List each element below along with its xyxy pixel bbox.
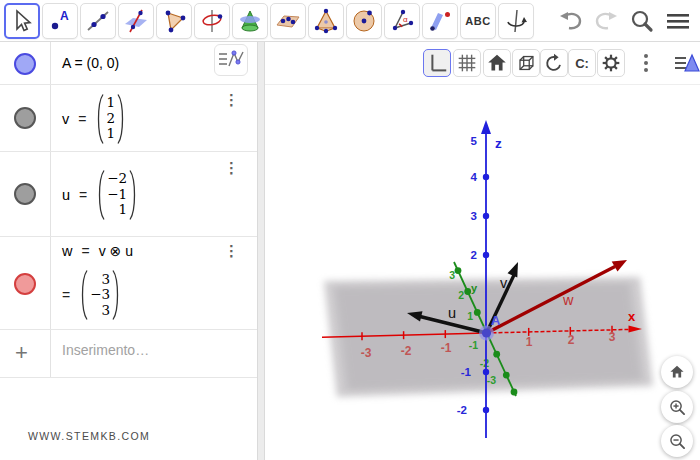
tick-label: -3 bbox=[487, 374, 496, 386]
expression-w-def: w = v ⊗ u bbox=[62, 243, 133, 259]
rotate-3d-icon bbox=[503, 8, 529, 34]
redo-button[interactable] bbox=[589, 5, 623, 37]
tick-label: -3 bbox=[361, 346, 372, 360]
algebra-row-w[interactable]: w = v ⊗ u = 3 −3 3 ⋮ bbox=[0, 237, 257, 330]
angle-tool-button[interactable]: α bbox=[384, 3, 420, 39]
menu-button[interactable] bbox=[661, 5, 695, 37]
svg-text:α: α bbox=[403, 15, 408, 24]
line-icon bbox=[85, 8, 111, 34]
search-button[interactable] bbox=[625, 5, 659, 37]
plus-icon: + bbox=[15, 340, 28, 366]
equals-sign: = bbox=[78, 111, 86, 127]
polygon-tool-button[interactable] bbox=[156, 3, 192, 39]
circle-axis-tool-button[interactable] bbox=[194, 3, 230, 39]
sphere-tool-button[interactable] bbox=[346, 3, 382, 39]
var-name-w: w bbox=[62, 243, 72, 259]
line-tool-button[interactable] bbox=[80, 3, 116, 39]
home-view-button[interactable] bbox=[661, 356, 693, 388]
visibility-toggle-u[interactable] bbox=[14, 183, 36, 205]
cone-tool-button[interactable] bbox=[232, 3, 268, 39]
graphics-3d-view[interactable]: C: bbox=[265, 42, 700, 460]
cone-icon bbox=[237, 8, 263, 34]
plane-through-points-tool-button[interactable] bbox=[270, 3, 306, 39]
watermark: WWW.STEMKB.COM bbox=[28, 430, 150, 442]
tick-label: 3 bbox=[471, 210, 477, 222]
vector-cell: 2 bbox=[106, 111, 115, 127]
pyramid-tool-button[interactable] bbox=[308, 3, 344, 39]
right-paren bbox=[129, 169, 138, 221]
tick-label: 1 bbox=[467, 310, 473, 322]
left-paren bbox=[79, 269, 88, 321]
perpendicular-plane-tool-button[interactable] bbox=[118, 3, 154, 39]
x-axis-label: x bbox=[628, 309, 636, 324]
tick-label: -1 bbox=[461, 366, 472, 378]
zoom-in-icon bbox=[668, 398, 687, 417]
algebra-row-A[interactable]: A = (0, 0) bbox=[0, 42, 257, 85]
left-paren bbox=[95, 93, 104, 145]
definition-A: A = (0, 0) bbox=[62, 55, 119, 71]
algebra-style-icon bbox=[217, 49, 245, 71]
equals-sign: = bbox=[81, 243, 89, 259]
row-menu-v[interactable]: ⋮ bbox=[224, 93, 239, 107]
vector-w-label: w bbox=[562, 292, 574, 308]
move-tool-button[interactable] bbox=[4, 3, 40, 39]
row-menu-w[interactable]: ⋮ bbox=[224, 244, 239, 258]
visibility-toggle-w[interactable] bbox=[14, 273, 36, 295]
main-toolbar: A bbox=[0, 0, 700, 42]
expression-u: u = −2 −1 1 bbox=[62, 168, 138, 221]
tick-label: 2 bbox=[471, 249, 477, 261]
vector-u-matrix: −2 −1 1 bbox=[96, 169, 138, 221]
vector-v-matrix: 1 2 1 bbox=[95, 93, 126, 145]
text-tool-button[interactable]: ABC bbox=[460, 3, 496, 39]
tick-label: 4 bbox=[471, 171, 478, 183]
undo-button[interactable] bbox=[554, 5, 588, 37]
home-icon bbox=[668, 363, 686, 381]
algebra-input[interactable] bbox=[62, 342, 222, 358]
z-axis-label: z bbox=[495, 136, 502, 151]
cursor-icon bbox=[9, 8, 35, 34]
search-icon bbox=[628, 7, 656, 35]
vector-cell: 1 bbox=[119, 202, 128, 218]
polygon-icon bbox=[161, 8, 187, 34]
vector-cell: 1 bbox=[106, 95, 115, 111]
algebra-input-row[interactable]: + bbox=[0, 330, 257, 378]
vector-v-arrowhead bbox=[508, 262, 519, 278]
row-menu-u[interactable]: ⋮ bbox=[224, 161, 239, 175]
tick-label: -2 bbox=[401, 344, 412, 358]
tick-label: -2 bbox=[457, 404, 467, 416]
expression-A: A = (0, 0) bbox=[62, 55, 119, 71]
visibility-toggle-v[interactable] bbox=[14, 107, 36, 129]
algebra-style-button[interactable] bbox=[214, 44, 248, 76]
pyramid-icon bbox=[313, 8, 339, 34]
left-paren bbox=[96, 169, 105, 221]
zoom-out-icon bbox=[668, 432, 687, 451]
zoom-in-button[interactable] bbox=[661, 391, 693, 423]
algebra-row-v[interactable]: v = 1 2 1 ⋮ bbox=[0, 85, 257, 152]
scene-3d-canvas[interactable]: -3 -2 -1 1 2 3 x 1 2 3 bbox=[265, 42, 700, 460]
cross-product-expression: v ⊗ u bbox=[99, 243, 133, 259]
visibility-toggle-A[interactable] bbox=[14, 53, 36, 75]
tick-label: -1 bbox=[441, 341, 452, 355]
tick-label: 2 bbox=[568, 333, 575, 347]
rotate-view-tool-button[interactable] bbox=[498, 3, 534, 39]
var-name-v: v bbox=[62, 111, 69, 127]
vector-u-label: u bbox=[448, 305, 456, 321]
expression-w-value: = 3 −3 3 bbox=[62, 267, 121, 323]
point-tool-button[interactable]: A bbox=[42, 3, 78, 39]
panel-divider[interactable] bbox=[257, 42, 265, 460]
tick-label: -1 bbox=[469, 339, 478, 351]
tick-label: 5 bbox=[471, 135, 478, 147]
algebra-row-u[interactable]: u = −2 −1 1 ⋮ bbox=[0, 152, 257, 237]
vector-cell: 1 bbox=[106, 126, 115, 142]
tick-label: 3 bbox=[609, 330, 616, 344]
zoom-out-button[interactable] bbox=[661, 425, 693, 457]
tick-label: -2 bbox=[480, 357, 489, 369]
abc-label: ABC bbox=[465, 15, 490, 27]
vector-cell: 3 bbox=[102, 272, 111, 288]
angle-icon: α bbox=[389, 8, 415, 34]
reflect-plane-tool-button[interactable] bbox=[422, 3, 458, 39]
vector-cell: −3 bbox=[90, 287, 110, 303]
algebra-panel: A = (0, 0) v = bbox=[0, 42, 257, 460]
tick-label: 2 bbox=[458, 289, 464, 301]
plane-points-icon bbox=[275, 8, 301, 34]
